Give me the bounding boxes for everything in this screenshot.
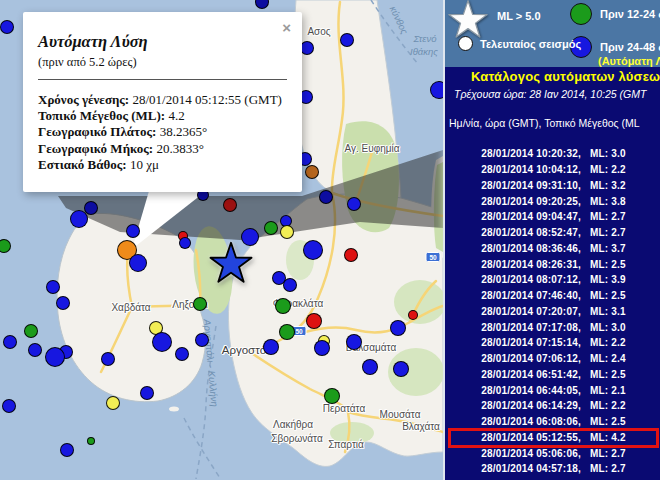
field-longitude: Γεωγραφικό Μήκος: 20.3833° xyxy=(38,141,287,157)
catalog-row[interactable]: 28/01/2014 08:07:12,ML: 3.9 xyxy=(445,272,660,288)
catalog-row[interactable]: 28/01/2014 07:15:14,ML: 2.2 xyxy=(445,335,660,351)
row-datetime: 28/01/2014 07:17:08, xyxy=(481,322,581,333)
quake-marker-blue[interactable] xyxy=(175,347,189,361)
catalog-row[interactable]: 28/01/2014 07:17:08,ML: 3.0 xyxy=(445,319,660,335)
quake-marker-blue[interactable] xyxy=(390,320,406,336)
quake-marker-darkred[interactable] xyxy=(223,198,237,212)
quake-marker-green[interactable] xyxy=(279,324,295,340)
quake-marker-blue[interactable] xyxy=(0,20,14,34)
catalog-row[interactable]: 28/01/2014 06:51:42,ML: 2.5 xyxy=(445,367,660,383)
popup-divider xyxy=(38,79,287,80)
field-depth: Εστιακό Βάθος: 10 χμ xyxy=(38,157,287,173)
quake-marker-blue[interactable] xyxy=(393,361,409,377)
catalog-row[interactable]: 28/01/2014 10:04:12,ML: 2.2 xyxy=(445,162,660,178)
catalog-row[interactable]: 28/01/2014 07:20:07,ML: 3.1 xyxy=(445,304,660,320)
quake-marker-blue[interactable] xyxy=(56,296,70,310)
catalog-row[interactable]: 28/01/2014 08:26:31,ML: 2.5 xyxy=(445,256,660,272)
row-datetime: 28/01/2014 07:20:07, xyxy=(481,306,581,317)
row-magnitude: ML: 3.7 xyxy=(590,243,626,254)
quake-marker-blue[interactable] xyxy=(45,347,65,367)
row-datetime: 28/01/2014 09:04:47, xyxy=(481,211,581,222)
quake-marker-red[interactable] xyxy=(344,248,358,262)
field-latitude: Γεωγραφικό Πλάτος: 38.2365° xyxy=(38,124,287,140)
catalog-row[interactable]: 28/01/2014 09:20:25,ML: 3.8 xyxy=(445,193,660,209)
catalog-row[interactable]: 28/01/2014 10:20:32,ML: 3.0 xyxy=(445,146,660,162)
legend-item-12-24h: Πριν 12-24 ώ xyxy=(600,8,660,20)
quake-marker-green[interactable] xyxy=(275,298,291,314)
row-magnitude: ML: 3.9 xyxy=(590,274,626,285)
map-label: Σπαρτιά xyxy=(328,439,364,450)
map-label: Περατάτα xyxy=(323,403,365,414)
popup-title: Αυτόματη Λύση xyxy=(38,32,287,52)
quake-marker-red[interactable] xyxy=(306,313,322,329)
main-shock-star-marker[interactable] xyxy=(208,240,254,289)
catalog-row[interactable]: 28/01/2014 09:31:10,ML: 3.2 xyxy=(445,178,660,194)
row-datetime: 28/01/2014 09:20:25, xyxy=(481,196,581,207)
quake-marker-blue[interactable] xyxy=(3,335,17,349)
map-label: Στενό xyxy=(413,33,436,44)
quake-marker-blue[interactable] xyxy=(60,443,74,457)
quake-marker-blue[interactable] xyxy=(179,237,191,249)
quake-marker-blue[interactable] xyxy=(314,340,330,356)
earthquake-monitor-app: ΑσοςΑγ. ΕυφημίαΧαβδάταΛηξούριΦαρακλάταΑρ… xyxy=(0,0,660,480)
map-label: Μουσάτα xyxy=(380,409,421,420)
quake-marker-blue[interactable] xyxy=(347,197,361,211)
catalog-row[interactable]: 28/01/2014 09:04:47,ML: 2.7 xyxy=(445,209,660,225)
row-magnitude: ML: 3.0 xyxy=(590,148,626,159)
quake-info-popup: × Αυτόματη Λύση (πριν από 5.2 ώρες) Χρόν… xyxy=(23,12,302,192)
quake-marker-blue[interactable] xyxy=(46,280,60,294)
legend-star-label: ML > 5.0 xyxy=(497,10,541,22)
quake-marker-blue[interactable] xyxy=(346,334,362,350)
row-magnitude: ML: 2.1 xyxy=(590,385,626,396)
quake-marker-green[interactable] xyxy=(87,437,95,445)
row-magnitude: ML: 2.7 xyxy=(590,227,626,238)
row-datetime: 28/01/2014 08:26:31, xyxy=(481,259,581,270)
map-label: Ιθάκης xyxy=(410,46,438,57)
catalog-row[interactable]: 28/01/2014 07:46:40,ML: 2.5 xyxy=(445,288,660,304)
quake-marker-navy[interactable] xyxy=(319,190,333,204)
quake-marker-yellow[interactable] xyxy=(280,225,294,239)
quake-marker-blue[interactable] xyxy=(140,386,154,400)
quake-marker-blue[interactable] xyxy=(303,240,323,260)
quake-marker-blue[interactable] xyxy=(195,333,209,347)
catalog-panel: ML > 5.0 Πριν 12-24 ώ Πριν 24-48 ώ Τελευ… xyxy=(443,0,660,480)
row-magnitude: ML: 3.8 xyxy=(590,196,626,207)
catalog-row[interactable]: 28/01/2014 06:14:29,ML: 2.2 xyxy=(445,398,660,414)
row-magnitude: ML: 2.2 xyxy=(590,337,626,348)
quake-marker-blue[interactable] xyxy=(70,210,88,228)
quake-marker-blue[interactable] xyxy=(101,352,115,366)
quake-marker-blue[interactable] xyxy=(129,254,147,272)
quake-marker-green[interactable] xyxy=(24,324,38,338)
quake-marker-brown[interactable] xyxy=(305,165,319,179)
quake-marker-red[interactable] xyxy=(408,310,418,320)
quake-marker-green[interactable] xyxy=(264,221,278,235)
map-label: Σβορωνάτα xyxy=(271,433,322,444)
quake-marker-blue[interactable] xyxy=(283,278,297,292)
row-magnitude: ML: 2.2 xyxy=(590,164,626,175)
map-canvas[interactable]: ΑσοςΑγ. ΕυφημίαΧαβδάταΛηξούριΦαρακλάταΑρ… xyxy=(0,0,443,480)
catalog-title: Κατάλογος αυτόματων λύσεων xyxy=(471,69,660,84)
close-icon[interactable]: × xyxy=(282,21,291,35)
quake-marker-blue[interactable] xyxy=(126,224,140,238)
quake-marker-blue[interactable] xyxy=(340,33,354,47)
catalog-current-time: Τρέχουσα ώρα: 28 Ιαν 2014, 10:25 (GMT xyxy=(454,88,646,100)
quake-marker-blue[interactable] xyxy=(28,343,42,357)
catalog-row[interactable]: 28/01/2014 08:36:46,ML: 3.7 xyxy=(445,241,660,257)
catalog-row[interactable]: 28/01/2014 07:06:12,ML: 2.4 xyxy=(445,351,660,367)
quake-marker-blue[interactable] xyxy=(263,339,279,355)
catalog-row[interactable]: 28/01/2014 04:57:18,ML: 2.7 xyxy=(445,461,660,477)
quake-marker-blue[interactable] xyxy=(2,399,16,413)
quake-marker-green[interactable] xyxy=(193,297,207,311)
row-datetime: 28/01/2014 07:15:14, xyxy=(481,337,581,348)
quake-marker-blue[interactable] xyxy=(300,41,314,55)
quake-marker-yellow[interactable] xyxy=(106,396,120,410)
quake-marker-blue[interactable] xyxy=(362,359,378,375)
field-origin-time: Χρόνος γένεσης: 28/01/2014 05:12:55 (GMT… xyxy=(38,92,287,108)
quake-marker-green[interactable] xyxy=(324,388,340,404)
catalog-row[interactable]: 28/01/2014 08:52:47,ML: 2.7 xyxy=(445,225,660,241)
row-magnitude: ML: 2.4 xyxy=(590,353,626,364)
islet xyxy=(169,407,179,412)
quake-marker-blue[interactable] xyxy=(430,81,443,99)
quake-marker-blue[interactable] xyxy=(152,332,172,352)
catalog-row[interactable]: 28/01/2014 06:44:05,ML: 2.1 xyxy=(445,382,660,398)
